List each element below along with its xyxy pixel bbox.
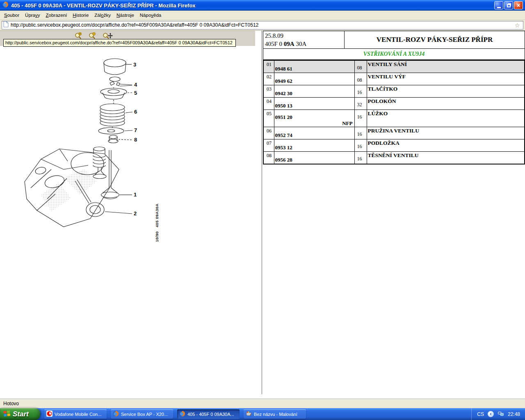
titlebar[interactable]: 405 - 405F 0 09A30A - VENTIL-ROZV PÁKY-S…	[0, 0, 525, 11]
part-number: 0956 28	[275, 157, 292, 163]
menu-zobrazeni[interactable]: Zobrazení	[43, 11, 70, 19]
system-tray: CS ‹ 22:48	[471, 408, 525, 420]
svg-text:5: 5	[134, 90, 137, 96]
part-number: 0948 61	[275, 66, 292, 72]
browser-window: 405 - 405F 0 09A30A - VENTIL-ROZV PÁKY-S…	[0, 0, 525, 420]
document-header: 25.8.09 405F 0 09A 30A VENTIL-ROZV PÁKY-…	[263, 31, 525, 49]
part-note: NFP	[342, 120, 352, 127]
zoom-out-icon[interactable]	[89, 32, 96, 39]
row-number: 04	[267, 98, 272, 104]
task-buttons: Vodafone Mobile Con... Service Box AP - …	[44, 409, 306, 419]
part-qty: 08	[357, 77, 362, 83]
part-qty: 32	[357, 102, 362, 108]
url-box: ☆	[2, 21, 523, 30]
svg-text:10/90 405 09A30A: 10/90 405 09A30A	[155, 203, 159, 242]
url-tooltip: http://public.servicebox.peugeot.com/doc…	[3, 39, 236, 47]
document-ref-code: 405F 0 09A 30A	[265, 40, 344, 48]
url-input[interactable]	[9, 22, 513, 28]
window-title: 405 - 405F 0 09A30A - VENTIL-ROZV PÁKY-S…	[11, 2, 493, 9]
table-row: 01 0948 61 08 VENTILY SÁNÍ	[263, 60, 525, 73]
start-label: Start	[13, 410, 29, 418]
table-row: 03 0942 30 16 TLAČÍTKO	[263, 85, 525, 97]
part-qty: 16	[357, 156, 362, 162]
status-text: Hotovo	[3, 401, 19, 406]
part-qty: 16	[357, 114, 362, 120]
close-button[interactable]: ×	[514, 1, 523, 9]
zoom-pan-icon[interactable]	[103, 32, 113, 39]
row-number: 07	[267, 140, 272, 146]
svg-text:6: 6	[134, 109, 137, 115]
part-number: 0953 12	[275, 144, 292, 151]
part-label: TLAČÍTKO	[368, 86, 398, 92]
table-row: 04 0950 13 32 POLOKÓN	[263, 97, 525, 110]
part-number: 0942 30	[275, 90, 292, 97]
row-number: 01	[267, 62, 272, 67]
table-row: 08 0956 28 16 TĚSNĚNÍ VENTILU	[263, 151, 525, 164]
minimize-icon	[497, 7, 501, 8]
restore-icon	[507, 4, 511, 7]
minimize-button[interactable]	[494, 1, 503, 9]
table-row: 05 0951 20NFP 16 LŮŽKO	[263, 110, 525, 127]
row-number: 06	[267, 128, 272, 134]
taskbar-item-vodafone[interactable]: Vodafone Mobile Con...	[44, 409, 107, 419]
part-number: 0950 13	[275, 103, 292, 109]
part-qty: 16	[357, 89, 362, 96]
part-label: PRUŽINA VENTILU	[368, 128, 419, 134]
firefox-icon	[2, 1, 9, 9]
part-number: 0949 62	[275, 78, 292, 84]
part-label: VENTILU VÝF	[368, 73, 406, 80]
menu-historie[interactable]: Historie	[70, 11, 91, 19]
svg-text:3: 3	[133, 62, 136, 68]
svg-text:1: 1	[134, 192, 137, 198]
part-qty: 08	[357, 65, 362, 71]
menubar: Soubor Úpravy Zobrazení Historie Záložky…	[0, 11, 525, 20]
part-label: LŮŽKO	[368, 110, 388, 116]
address-bar: ☆	[0, 20, 525, 31]
windows-logo-icon	[3, 410, 11, 419]
restore-button[interactable]	[504, 1, 513, 9]
clock: 22:48	[508, 411, 520, 417]
paint-icon	[246, 411, 252, 418]
svg-text:8: 8	[134, 137, 137, 143]
svg-text:7: 7	[134, 127, 137, 133]
row-number: 02	[267, 74, 272, 80]
part-qty: 16	[357, 131, 362, 137]
table-row: 02 0949 62 08 VENTILU VÝF	[263, 73, 525, 85]
zoom-in-icon[interactable]	[75, 32, 82, 39]
status-bar: Hotovo	[0, 399, 525, 408]
firefox-icon	[179, 411, 185, 418]
taskbar-item-405-active[interactable]: 405 - 405F 0 09A30A...	[177, 409, 240, 419]
taskbar: Start Vodafone Mobile Con...	[0, 408, 525, 420]
part-number: 0951 20	[275, 114, 292, 121]
bookmark-star-icon[interactable]: ☆	[515, 22, 520, 28]
parts-diagram[interactable]: 3 4 5	[2, 46, 187, 260]
part-label: POLOKÓN	[368, 98, 396, 104]
menu-napoveda[interactable]: Nápověda	[137, 11, 164, 19]
menu-nastroje[interactable]: Nástroje	[114, 11, 137, 19]
part-qty: 16	[357, 144, 362, 150]
network-icon[interactable]	[498, 411, 504, 418]
table-row: 07 0953 12 16 PODLOŽKA	[263, 139, 525, 151]
taskbar-item-servicebox[interactable]: Service Box AP - X20...	[111, 409, 173, 419]
row-number: 03	[267, 86, 272, 92]
table-row: 06 0952 74 16 PRUŽINA VENTILU	[263, 127, 525, 139]
menu-upravy[interactable]: Úpravy	[22, 11, 43, 19]
close-icon: ×	[517, 2, 520, 8]
document-subtitle: VSTŘIKOVÁNÍ A XU9J4	[263, 49, 525, 60]
menu-soubor[interactable]: Soubor	[1, 11, 22, 19]
document-date: 25.8.09	[265, 32, 344, 40]
page-icon	[3, 21, 9, 29]
hide-icons-chevron-icon[interactable]: ‹	[488, 411, 494, 417]
pane-divider	[262, 31, 262, 394]
part-label: PODLOŽKA	[368, 140, 399, 146]
menu-zalozky[interactable]: Záložky	[91, 11, 114, 19]
row-number: 05	[267, 111, 272, 116]
svg-text:4: 4	[134, 82, 137, 88]
document-reference: 25.8.09 405F 0 09A 30A	[263, 31, 345, 48]
language-indicator: CS	[477, 411, 484, 417]
taskbar-item-paint[interactable]: Bez názvu - Malování	[244, 409, 306, 419]
part-label: VENTILY SÁNÍ	[368, 61, 407, 67]
start-button[interactable]: Start	[0, 408, 40, 420]
vodafone-icon	[46, 411, 52, 418]
firefox-icon	[113, 411, 119, 418]
